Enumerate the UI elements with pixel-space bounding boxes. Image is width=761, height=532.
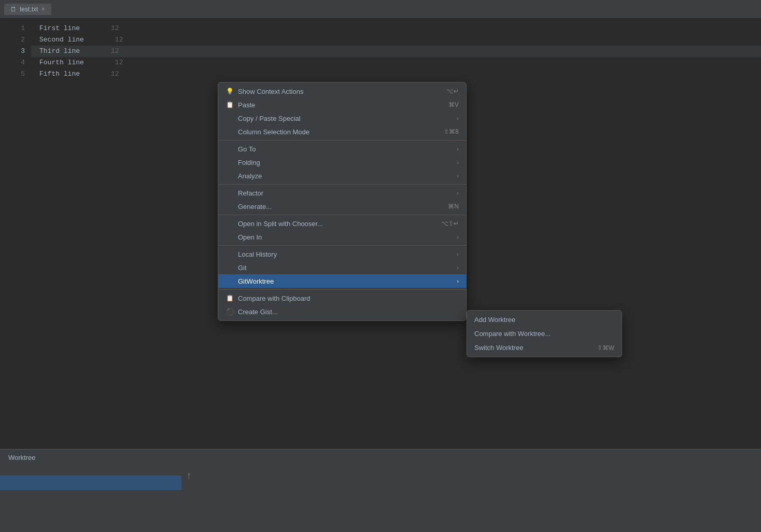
copy-paste-icon	[226, 114, 234, 122]
menu-item-paste[interactable]: 📋 Paste ⌘V	[218, 98, 466, 111]
switch-worktree-shortcut: ⇧⌘W	[597, 344, 614, 352]
menu-item-generate[interactable]: Generate... ⌘N	[218, 200, 466, 213]
worktree-label: Worktree	[8, 454, 36, 461]
menu-item-open-split[interactable]: Open in Split with Chooser... ⌥⇧↵	[218, 217, 466, 230]
line-col-5: 12	[111, 68, 119, 80]
generate-icon	[226, 202, 234, 211]
local-history-icon	[226, 250, 234, 258]
line-text-3: Third line	[39, 46, 80, 57]
generate-label: Generate...	[238, 203, 272, 211]
menu-item-column-selection[interactable]: Column Selection Mode ⇧⌘8	[218, 125, 466, 138]
line-num-4: 4	[0, 57, 25, 68]
open-in-icon	[226, 233, 234, 241]
separator-5	[218, 289, 466, 290]
open-split-icon	[226, 219, 234, 228]
menu-item-create-gist[interactable]: ⚫ Create Gist...	[218, 305, 466, 318]
git-icon	[226, 263, 234, 272]
line-text-1: First line	[39, 23, 80, 34]
switch-worktree-label: Switch Worktree	[474, 344, 523, 352]
line-col-2: 12	[115, 34, 123, 46]
separator-4	[218, 245, 466, 246]
bulb-icon: 💡	[226, 87, 234, 95]
menu-item-gitworktree[interactable]: GitWorktree ›	[218, 274, 466, 288]
separator-1	[218, 140, 466, 141]
line-num-3: 3	[0, 46, 25, 57]
local-history-arrow: ›	[457, 251, 459, 257]
create-gist-label: Create Gist...	[238, 308, 278, 316]
generate-shortcut: ⌘N	[448, 203, 459, 210]
copy-paste-arrow: ›	[457, 115, 459, 121]
menu-item-analyze[interactable]: Analyze ›	[218, 169, 466, 183]
paste-label: Paste	[238, 101, 255, 109]
go-to-arrow: ›	[457, 146, 459, 152]
menu-item-show-context-actions[interactable]: 💡 Show Context Actions ⌥↵	[218, 85, 466, 98]
line-text-2: Second line	[39, 34, 84, 46]
line-num-1: 1	[0, 23, 25, 34]
tab-bar: 🗒 test.txt ✕	[0, 0, 761, 19]
context-menu: 💡 Show Context Actions ⌥↵ 📋 Paste ⌘V Cop…	[218, 82, 467, 321]
create-gist-icon: ⚫	[226, 307, 234, 316]
open-split-label: Open in Split with Chooser...	[238, 220, 323, 228]
git-label: Git	[238, 264, 247, 272]
gitworktree-submenu: Add Worktree Compare with Worktree... Sw…	[467, 310, 622, 357]
file-tab[interactable]: 🗒 test.txt ✕	[4, 4, 51, 15]
local-history-label: Local History	[238, 250, 277, 258]
show-context-actions-shortcut: ⌥↵	[446, 88, 459, 95]
compare-worktree-label: Compare with Worktree...	[474, 330, 551, 338]
folding-label: Folding	[238, 159, 260, 166]
gitworktree-label: GitWorktree	[238, 277, 274, 285]
menu-item-go-to[interactable]: Go To ›	[218, 142, 466, 156]
menu-item-git[interactable]: Git ›	[218, 261, 466, 274]
analyze-icon	[226, 172, 234, 180]
line-col-3: 12	[111, 46, 119, 57]
menu-item-copy-paste-special[interactable]: Copy / Paste Special ›	[218, 111, 466, 125]
menu-item-open-in[interactable]: Open In ›	[218, 230, 466, 244]
editor-line-4: Fourth line 12	[39, 57, 761, 68]
compare-clipboard-label: Compare with Clipboard	[238, 295, 310, 302]
line-col-4: 12	[115, 57, 123, 68]
column-selection-shortcut: ⇧⌘8	[444, 128, 459, 135]
separator-2	[218, 184, 466, 185]
menu-item-refactor[interactable]: Refactor ›	[218, 186, 466, 200]
tab-close-button[interactable]: ✕	[41, 6, 45, 12]
gitworktree-arrow: ›	[457, 278, 459, 284]
submenu-item-add-worktree[interactable]: Add Worktree	[467, 313, 622, 327]
panel-up-arrow[interactable]: ↑	[187, 470, 191, 481]
separator-3	[218, 215, 466, 215]
column-selection-label: Column Selection Mode	[238, 128, 309, 136]
gitworktree-icon	[226, 277, 234, 285]
line-num-5: 5	[0, 68, 25, 80]
submenu-item-compare-worktree[interactable]: Compare with Worktree...	[467, 327, 622, 341]
add-worktree-label: Add Worktree	[474, 316, 515, 324]
go-to-icon	[226, 145, 234, 153]
line-text-4: Fourth line	[39, 57, 84, 68]
analyze-label: Analyze	[238, 172, 262, 180]
tab-label: test.txt	[20, 6, 38, 13]
menu-item-compare-clipboard[interactable]: 📋 Compare with Clipboard	[218, 291, 466, 305]
refactor-label: Refactor	[238, 189, 263, 197]
copy-paste-special-label: Copy / Paste Special	[238, 115, 301, 122]
panel-selected-bar	[0, 475, 181, 490]
editor-line-2: Second line 12	[39, 34, 761, 46]
line-col-1: 12	[111, 23, 119, 34]
open-in-arrow: ›	[457, 234, 459, 240]
menu-item-local-history[interactable]: Local History ›	[218, 247, 466, 261]
go-to-label: Go To	[238, 145, 256, 153]
bottom-panel: Worktree ↑	[0, 449, 761, 532]
paste-shortcut: ⌘V	[448, 101, 459, 108]
refactor-arrow: ›	[457, 190, 459, 196]
editor-line-5: Fifth line 12	[39, 68, 761, 80]
paste-icon: 📋	[226, 101, 234, 109]
analyze-arrow: ›	[457, 173, 459, 179]
open-split-shortcut: ⌥⇧↵	[441, 220, 459, 227]
line-num-2: 2	[0, 34, 25, 46]
show-context-actions-label: Show Context Actions	[238, 88, 303, 95]
editor-line-3: Third line 12	[31, 46, 761, 57]
submenu-item-switch-worktree[interactable]: Switch Worktree ⇧⌘W	[467, 341, 622, 355]
folding-icon	[226, 158, 234, 166]
editor-line-1: First line 12	[39, 23, 761, 34]
open-in-label: Open In	[238, 233, 262, 241]
line-text-5: Fifth line	[39, 68, 80, 80]
folding-arrow: ›	[457, 159, 459, 165]
menu-item-folding[interactable]: Folding ›	[218, 156, 466, 169]
